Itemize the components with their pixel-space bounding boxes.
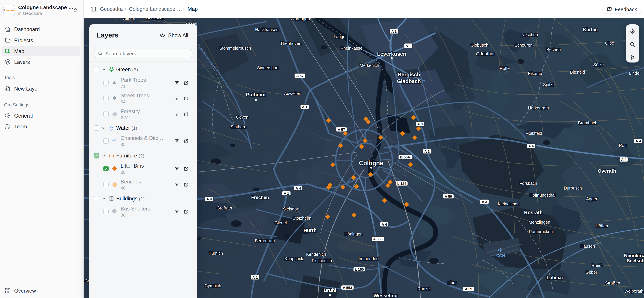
svg-text:Leverkusen: Leverkusen — [377, 51, 406, 57]
svg-text:Stotzheim: Stotzheim — [292, 216, 311, 220]
svg-text:Brombach: Brombach — [578, 120, 597, 125]
svg-text:Rheinkassel: Rheinkassel — [340, 46, 363, 51]
svg-text:Sülze: Sülze — [593, 62, 604, 67]
svg-text:L 150: L 150 — [355, 267, 364, 271]
svg-text:L 124: L 124 — [397, 182, 406, 186]
svg-text:Neschen: Neschen — [521, 32, 538, 37]
svg-text:A 3: A 3 — [391, 30, 397, 34]
svg-text:A 59: A 59 — [445, 194, 452, 198]
svg-text:Breidt: Breidt — [592, 263, 602, 268]
svg-text:Geber: Geber — [586, 270, 597, 274]
svg-text:Seelsche: Seelsche — [627, 258, 644, 263]
svg-text:Sielsdorf: Sielsdorf — [283, 207, 299, 211]
svg-text:A 555: A 555 — [373, 237, 382, 241]
svg-text:A 4: A 4 — [636, 139, 641, 143]
svg-text:Hackhausen: Hackhausen — [255, 27, 279, 32]
svg-text:A 57: A 57 — [338, 127, 345, 131]
svg-text:Wolperath: Wolperath — [624, 289, 644, 293]
svg-text:Neunkirch: Neunkirch — [624, 253, 644, 258]
svg-text:Lohmar: Lohmar — [546, 275, 563, 280]
svg-text:Hausen: Hausen — [580, 244, 595, 248]
svg-text:A 3: A 3 — [424, 150, 430, 154]
svg-text:Rambrücken: Rambrücken — [529, 229, 553, 234]
svg-text:Frechen: Frechen — [251, 195, 269, 200]
svg-text:Menzlingen: Menzlingen — [529, 220, 550, 225]
svg-text:Agger: Agger — [586, 197, 598, 201]
svg-text:✈: ✈ — [498, 247, 503, 254]
svg-text:Fischenich: Fischenich — [312, 258, 332, 263]
svg-text:Sinthern: Sinthern — [230, 124, 246, 129]
svg-text:A 3: A 3 — [482, 200, 487, 204]
svg-text:Brühl: Brühl — [324, 287, 336, 293]
svg-text:Sinnersdorf: Sinnersdorf — [257, 65, 279, 70]
svg-text:Eikamp: Eikamp — [528, 71, 542, 76]
svg-text:Grefrath: Grefrath — [216, 206, 232, 210]
svg-text:Türnich: Türnich — [209, 251, 223, 256]
svg-text:A 553: A 553 — [343, 286, 352, 289]
svg-text:A 1: A 1 — [284, 191, 289, 195]
svg-text:Wesseling: Wesseling — [374, 293, 398, 298]
svg-text:Hürth: Hürth — [304, 228, 316, 233]
svg-text:Overath: Overath — [598, 168, 616, 174]
svg-text:A 1: A 1 — [406, 44, 411, 48]
svg-text:Hoffnungsthal: Hoffnungsthal — [530, 193, 556, 198]
svg-text:Berrenrath: Berrenrath — [255, 238, 275, 243]
svg-text:A 4: A 4 — [296, 186, 301, 190]
svg-text:Libur: Libur — [447, 280, 457, 285]
svg-text:Langel: Langel — [334, 34, 346, 39]
svg-text:A 1: A 1 — [302, 105, 307, 109]
svg-text:Auweiler: Auweiler — [284, 91, 300, 96]
svg-text:Knapsack: Knapsack — [284, 256, 303, 261]
svg-text:Höningen: Höningen — [344, 232, 362, 236]
svg-text:A 4: A 4 — [528, 144, 534, 148]
svg-text:A 3: A 3 — [417, 122, 423, 126]
svg-text:A 4: A 4 — [621, 158, 626, 162]
svg-text:Oeckoven: Oeckoven — [146, 18, 165, 20]
svg-text:Worringen: Worringen — [291, 18, 310, 21]
svg-text:Stommelerbusch: Stommelerbusch — [219, 46, 251, 51]
svg-text:Bechen: Bechen — [546, 47, 561, 52]
svg-text:A 4: A 4 — [382, 222, 387, 226]
svg-text:Geyen: Geyen — [236, 115, 248, 119]
svg-text:Gladbach: Gladbach — [397, 78, 421, 84]
svg-text:Höffen: Höffen — [596, 224, 608, 228]
svg-text:Merkenich: Merkenich — [360, 63, 379, 68]
svg-text:Rösrath: Rösrath — [524, 210, 543, 215]
svg-text:A 59: A 59 — [465, 287, 472, 291]
svg-text:B 55A: B 55A — [400, 155, 410, 159]
svg-text:Bergisch: Bergisch — [398, 72, 420, 78]
svg-text:Pulheim: Pulheim — [246, 92, 266, 97]
svg-text:Odenthal: Odenthal — [476, 51, 494, 56]
svg-text:Gleuel: Gleuel — [274, 220, 287, 225]
svg-text:Höffe: Höffe — [500, 66, 510, 71]
svg-text:Moitzfeld: Moitzfeld — [525, 131, 542, 136]
svg-text:Thenhoven: Thenhoven — [280, 41, 301, 46]
svg-text:Scheuren: Scheuren — [514, 43, 532, 48]
svg-text:Durbusch: Durbusch — [564, 186, 582, 190]
svg-text:Linde: Linde — [629, 71, 639, 76]
svg-text:Spitze: Spitze — [543, 82, 554, 87]
svg-text:Ranzel: Ranzel — [418, 286, 431, 291]
svg-text:Gymnich: Gymnich — [204, 283, 221, 288]
svg-text:Biesfeld: Biesfeld — [570, 70, 585, 75]
svg-text:Forsbach: Forsbach — [520, 181, 537, 186]
svg-text:Cologne: Cologne — [359, 160, 383, 167]
svg-text:Kleineichen: Kleineichen — [498, 202, 520, 206]
svg-text:Immendorf: Immendorf — [358, 256, 379, 261]
svg-text:A 1: A 1 — [252, 275, 258, 279]
svg-text:Kendenich: Kendenich — [306, 252, 326, 257]
svg-text:A 57: A 57 — [296, 74, 304, 78]
svg-text:Glöbusch: Glöbusch — [470, 43, 488, 48]
svg-text:Straßen: Straßen — [605, 281, 620, 285]
svg-text:Kürten: Kürten — [583, 27, 598, 32]
svg-text:Rott: Rott — [619, 143, 627, 148]
svg-text:Herkenrath: Herkenrath — [528, 106, 549, 110]
svg-text:CGN: CGN — [496, 254, 505, 258]
svg-text:A 4: A 4 — [206, 197, 212, 201]
svg-text:Allrath: Allrath — [123, 18, 135, 21]
svg-text:Olpe: Olpe — [605, 41, 614, 45]
